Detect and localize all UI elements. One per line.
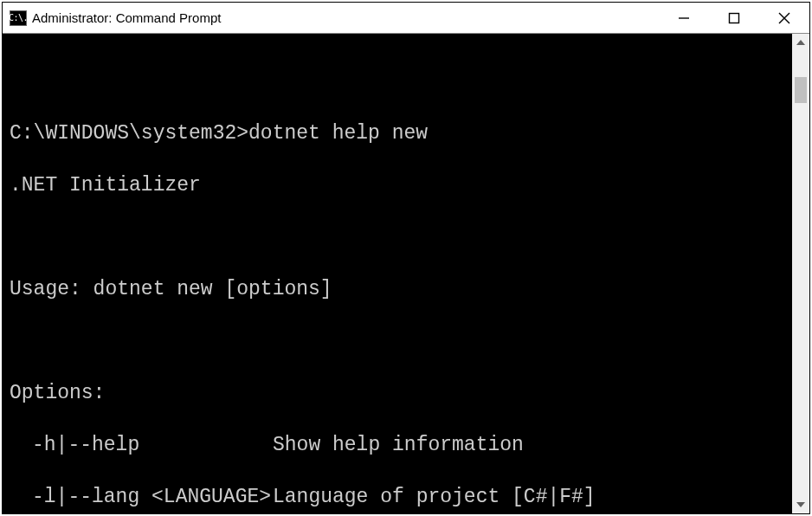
command-prompt-window: C:\. Administrator: Command Prompt C:\WI… (2, 2, 810, 514)
window-title: Administrator: Command Prompt (32, 10, 221, 25)
option-desc: Language of project [C#|F#] (273, 484, 596, 510)
minimize-button[interactable] (659, 3, 709, 34)
output-header: .NET Initializer (10, 172, 785, 198)
prompt-line-1: C:\WINDOWS\system32>dotnet help new (10, 120, 785, 146)
option-row: -h|--helpShow help information (10, 432, 785, 458)
close-icon (777, 11, 791, 25)
scroll-thumb[interactable] (795, 77, 807, 103)
option-desc: Show help information (273, 432, 524, 458)
maximize-icon (728, 12, 740, 24)
minimize-icon (678, 12, 690, 24)
option-row: -l|--lang <LANGUAGE>Language of project … (10, 484, 785, 510)
blank-line (10, 328, 785, 354)
titlebar[interactable]: C:\. Administrator: Command Prompt (3, 3, 809, 34)
svg-rect-1 (730, 13, 739, 23)
typed-command: dotnet help new (248, 120, 428, 146)
scroll-track[interactable] (792, 51, 809, 496)
maximize-button[interactable] (709, 3, 759, 34)
prompt-path: C:\WINDOWS\system32> (10, 120, 248, 146)
scroll-down-arrow-icon[interactable] (792, 496, 809, 513)
blank-line (10, 224, 785, 250)
options-header: Options: (10, 380, 785, 406)
scroll-up-arrow-icon[interactable] (792, 34, 809, 51)
option-flag: -l|--lang <LANGUAGE> (10, 484, 273, 510)
usage-line: Usage: dotnet new [options] (10, 276, 785, 302)
cmd-icon: C:\. (10, 10, 27, 26)
blank-line (10, 68, 785, 94)
option-flag: -h|--help (10, 432, 273, 458)
terminal-client-area: C:\WINDOWS\system32>dotnet help new .NET… (3, 34, 809, 513)
close-button[interactable] (759, 3, 809, 34)
terminal-output[interactable]: C:\WINDOWS\system32>dotnet help new .NET… (3, 34, 792, 513)
vertical-scrollbar[interactable] (792, 34, 809, 513)
